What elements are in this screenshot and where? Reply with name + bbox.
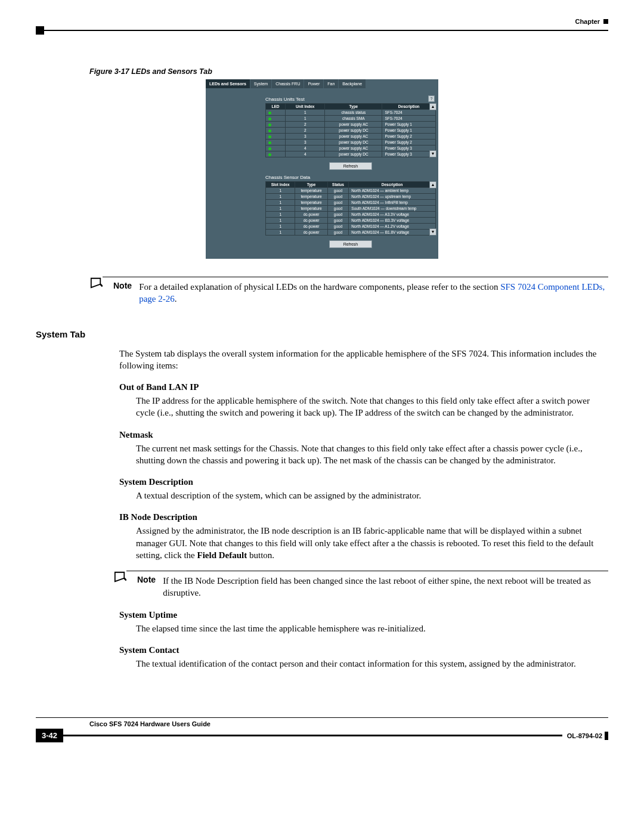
rule-block-icon <box>36 26 44 35</box>
tab-row: LEDs and Sensors System Chassis FRU Powe… <box>206 79 438 88</box>
doc-id: OL-8794-02 <box>567 732 602 739</box>
sensor-data-title: Chassis Sensor Data <box>265 175 436 180</box>
note-block: Note For a detailed explanation of physi… <box>89 277 608 305</box>
term-oob-lan-ip: Out of Band LAN IP <box>119 382 608 392</box>
def-ib-node-description: Assigned by the administrator, the IB no… <box>136 525 608 561</box>
col-type: Type <box>325 104 382 110</box>
term-ib-node-description: IB Node Description <box>119 512 608 522</box>
table-row: 3power supply DCPower Supply 2 <box>266 140 436 145</box>
col-led: LED <box>266 104 286 110</box>
tab-fan[interactable]: Fan <box>324 79 338 88</box>
led-status-icon <box>268 141 271 144</box>
table-row: 1temperaturegoodSouth ADM1024 — downstre… <box>266 206 436 212</box>
footer-rule <box>63 735 562 736</box>
def-system-contact: The textual identification of the contac… <box>136 658 608 670</box>
table-row: 1temperaturegoodNorth ADM1024 — ambient … <box>266 188 436 194</box>
header-rule <box>44 30 608 31</box>
units-test-title: Chassis Units Test <box>265 97 436 102</box>
term-system-contact: System Contact <box>119 645 608 655</box>
tab-backplane[interactable]: Backplane <box>339 79 366 88</box>
heading-system-tab: System Tab <box>36 329 608 339</box>
led-status-icon <box>268 147 271 150</box>
table-row: 1dc-powergoodNorth ADM1024 — A3.3V volta… <box>266 212 436 218</box>
page-number: 3-42 <box>36 729 63 742</box>
table-row: 4power supply ACPower Supply 3 <box>266 145 436 151</box>
note-text: For a detailed explanation of physical L… <box>139 281 608 305</box>
scroll-up-icon[interactable]: ▲ <box>429 181 436 188</box>
note-rule <box>103 277 608 277</box>
units-table: LED Unit Index Type Description 1chassis… <box>265 103 436 157</box>
table-row: 1dc-powergoodNorth ADM1024 — B3.3V volta… <box>266 218 436 224</box>
col-status: Status <box>327 182 349 188</box>
table-row: 2power supply ACPower Supply 1 <box>266 122 436 128</box>
note-label: Note <box>137 575 156 599</box>
note-text: If the IB Node Description field has bee… <box>163 575 608 599</box>
table-row: 1temperaturegoodNorth ADM1024 — upstream… <box>266 194 436 200</box>
table-row: 1chassis statusSFS-7024 <box>266 110 436 116</box>
term-system-description: System Description <box>119 477 608 487</box>
led-status-icon <box>268 112 271 114</box>
refresh-button[interactable]: Refresh <box>329 162 372 170</box>
scroll-down-icon[interactable]: ▼ <box>429 150 436 157</box>
tab-power[interactable]: Power <box>304 79 323 88</box>
table-row: 1temperaturegoodNorth ADM1024 — InfiniFi… <box>266 200 436 206</box>
led-status-icon <box>268 129 271 132</box>
def-oob-lan-ip: The IP address for the applicable hemisp… <box>136 395 608 419</box>
led-status-icon <box>268 135 271 138</box>
chapter-label: Chapter <box>575 18 600 25</box>
figure-caption: Figure 3-17 LEDs and Sensors Tab <box>89 67 608 76</box>
tab-chassis-fru[interactable]: Chassis FRU <box>272 79 304 88</box>
def-system-description: A textual description of the system, whi… <box>136 490 608 501</box>
def-netmask: The current net mask settings for the Ch… <box>136 442 608 467</box>
col-sensor-type: Type <box>295 182 327 188</box>
note-icon <box>113 571 126 585</box>
note-block: Note If the IB Node Description field ha… <box>113 571 608 599</box>
col-slot-index: Slot Index <box>266 182 295 188</box>
scroll-down-icon[interactable]: ▼ <box>429 228 436 236</box>
doc-title: Cisco SFS 7024 Hardware Users Guide <box>89 720 608 727</box>
tab-leds-sensors[interactable]: LEDs and Sensors <box>206 79 250 88</box>
led-status-icon <box>268 117 271 120</box>
col-description: Description <box>382 104 436 110</box>
note-icon <box>89 277 103 291</box>
def-system-uptime: The elapsed time since the last time the… <box>136 623 608 634</box>
footer-end-icon <box>605 732 608 740</box>
col-unit-index: Unit Index <box>286 104 325 110</box>
table-row: 3power supply ACPower Supply 2 <box>266 134 436 140</box>
note-rule <box>126 571 608 571</box>
term-system-uptime: System Uptime <box>119 610 608 620</box>
sensor-table: Slot Index Type Status Description 1temp… <box>265 181 436 236</box>
table-row: 2power supply DCPower Supply 1 <box>266 128 436 134</box>
section-intro: The System tab displays the overall syst… <box>119 348 608 372</box>
note-label: Note <box>113 281 132 305</box>
help-icon[interactable]: ? <box>428 95 435 102</box>
led-status-icon <box>268 123 271 126</box>
tab-system[interactable]: System <box>250 79 271 88</box>
refresh-button[interactable]: Refresh <box>329 240 372 248</box>
table-row: 1chassis SMASFS-7024 <box>266 116 436 122</box>
table-row: 1dc-powergoodNorth ADM1024 — B1.8V volta… <box>266 230 436 236</box>
term-netmask: Netmask <box>119 430 608 440</box>
col-sensor-desc: Description <box>349 182 436 188</box>
figure-screenshot: LEDs and Sensors System Chassis FRU Powe… <box>206 79 438 259</box>
table-row: 4power supply DCPower Supply 3 <box>266 151 436 157</box>
led-status-icon <box>268 153 271 156</box>
header-marker-icon <box>603 19 608 24</box>
scroll-up-icon[interactable]: ▲ <box>429 103 436 110</box>
table-row: 1dc-powergoodNorth ADM1024 — A1.2V volta… <box>266 224 436 230</box>
